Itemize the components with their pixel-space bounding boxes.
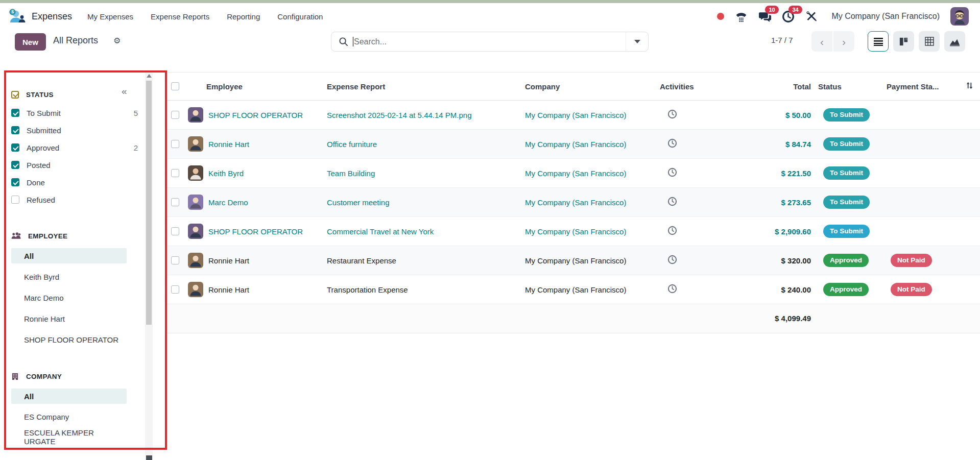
row-checkbox[interactable] xyxy=(171,169,179,177)
checkbox[interactable] xyxy=(11,126,19,134)
activity-clock-icon[interactable] xyxy=(667,255,677,264)
company-name[interactable]: My Company (San Francisco) xyxy=(525,256,626,265)
row-checkbox[interactable] xyxy=(171,285,179,294)
filter-to-submit[interactable]: To Submit 5 xyxy=(0,107,145,119)
row-checkbox[interactable] xyxy=(171,227,179,235)
row-checkbox[interactable] xyxy=(171,198,179,206)
table-row[interactable]: SHOP FLOOR OPERATOR Commercial Travel at… xyxy=(166,217,980,246)
user-avatar[interactable] xyxy=(950,7,969,26)
pivot-view-button[interactable] xyxy=(919,31,940,52)
employee-filter-item[interactable]: Marc Demo xyxy=(11,290,127,305)
table-row[interactable]: Ronnie Hart Office furniture My Company … xyxy=(166,130,980,159)
employee-link[interactable]: Keith Byrd xyxy=(208,169,244,178)
employee-link[interactable]: Marc Demo xyxy=(208,198,248,207)
company-link[interactable]: My Company (San Francisco) xyxy=(525,111,626,119)
column-employee[interactable]: Employee xyxy=(185,82,322,91)
table-row[interactable]: Keith Byrd Team Building My Company (San… xyxy=(166,159,980,188)
employee-link[interactable]: SHOP FLOOR OPERATOR xyxy=(208,111,303,119)
nav-item-reporting[interactable]: Reporting xyxy=(227,12,260,21)
search-input[interactable]: Search... xyxy=(331,32,649,52)
company-filter-all[interactable]: All xyxy=(11,389,127,404)
expense-report-link[interactable]: Team Building xyxy=(327,169,375,178)
column-total[interactable]: Total xyxy=(710,82,811,91)
column-activities[interactable]: Activities xyxy=(654,82,710,91)
filter-posted[interactable]: Posted xyxy=(0,159,145,171)
scrollbar-thumb[interactable] xyxy=(146,81,152,325)
facet-label: Refused xyxy=(27,196,55,204)
company-link[interactable]: My Company (San Francisco) xyxy=(525,227,626,236)
nav-item-expense-reports[interactable]: Expense Reports xyxy=(151,12,209,21)
activity-clock-icon[interactable] xyxy=(667,138,677,148)
search-placeholder: Search... xyxy=(354,37,387,46)
expense-report-name[interactable]: Transportation Expense xyxy=(327,285,408,294)
employee-name[interactable]: Ronnie Hart xyxy=(208,285,249,294)
scrollbar-up-arrow[interactable] xyxy=(147,74,152,78)
filter-approved[interactable]: Approved 2 xyxy=(0,141,145,154)
company-name[interactable]: My Company (San Francisco) xyxy=(525,285,626,294)
expense-report-name[interactable]: Restaurant Expense xyxy=(327,256,396,265)
filter-done[interactable]: Done xyxy=(0,176,145,188)
table-row[interactable]: Ronnie Hart Restaurant Expense My Compan… xyxy=(166,246,980,275)
expense-report-link[interactable]: Commercial Travel at New York xyxy=(327,227,434,236)
company-link[interactable]: My Company (San Francisco) xyxy=(525,198,626,207)
company-link[interactable]: My Company (San Francisco) xyxy=(525,169,626,178)
employee-name[interactable]: Ronnie Hart xyxy=(208,256,249,265)
company-link[interactable]: My Company (San Francisco) xyxy=(525,140,626,149)
filter-refused[interactable]: Refused xyxy=(0,193,145,206)
select-all-checkbox[interactable] xyxy=(171,82,179,90)
new-button[interactable]: New xyxy=(15,33,46,51)
company-filter-item[interactable]: ESCUELA KEMPER URGATE xyxy=(11,429,127,445)
table-row[interactable]: Marc Demo Customer meeting My Company (S… xyxy=(166,188,980,217)
column-company[interactable]: Company xyxy=(520,82,654,91)
scrollbar-down-arrow[interactable] xyxy=(146,455,152,460)
table-row[interactable]: Ronnie Hart Transportation Expense My Co… xyxy=(166,275,980,304)
column-payment-status[interactable]: Payment Sta... xyxy=(887,82,963,91)
kanban-view-button[interactable] xyxy=(893,31,914,52)
activity-clock-icon[interactable] xyxy=(667,167,677,177)
expense-report-link[interactable]: Customer meeting xyxy=(327,198,390,207)
list-view-button[interactable] xyxy=(868,31,889,52)
row-checkbox[interactable] xyxy=(171,140,179,148)
expense-report-link[interactable]: Screenshot 2025-02-14 at 5.44.14 PM.png xyxy=(327,111,472,119)
activities-clock-icon[interactable]: 34 xyxy=(782,10,795,23)
column-expense-report[interactable]: Expense Report xyxy=(322,82,520,91)
activity-clock-icon[interactable] xyxy=(667,197,677,206)
tools-icon[interactable] xyxy=(805,10,818,22)
activity-clock-icon[interactable] xyxy=(667,226,677,235)
employee-avatar xyxy=(188,136,203,152)
employee-link[interactable]: SHOP FLOOR OPERATOR xyxy=(208,227,303,236)
company-filter-item[interactable]: ES Company xyxy=(11,409,127,424)
graph-view-button[interactable] xyxy=(944,31,965,52)
adjust-columns-icon[interactable] xyxy=(965,81,974,90)
sidebar-scrollbar[interactable] xyxy=(145,72,153,460)
filter-submitted[interactable]: Submitted xyxy=(0,124,145,136)
activity-clock-icon[interactable] xyxy=(667,109,677,119)
search-dropdown-toggle[interactable] xyxy=(626,32,648,51)
employee-filter-all[interactable]: All xyxy=(11,248,127,263)
employee-filter-item[interactable]: Ronnie Hart xyxy=(11,311,127,326)
nav-item-my-expenses[interactable]: My Expenses xyxy=(87,12,133,21)
checkbox[interactable] xyxy=(11,161,19,169)
row-checkbox[interactable] xyxy=(171,256,179,264)
company-switcher[interactable]: My Company (San Francisco) xyxy=(831,12,940,21)
table-row[interactable]: SHOP FLOOR OPERATOR Screenshot 2025-02-1… xyxy=(166,101,980,130)
checkbox[interactable] xyxy=(11,109,19,117)
employee-filter-item[interactable]: Keith Byrd xyxy=(11,269,127,284)
activity-clock-icon[interactable] xyxy=(667,284,677,294)
column-status[interactable]: Status xyxy=(811,82,887,91)
company-section-title: COMPANY xyxy=(26,373,62,380)
messages-icon[interactable]: 10 xyxy=(758,10,771,23)
gear-icon[interactable]: ⚙ xyxy=(113,36,121,45)
expense-report-link[interactable]: Office furniture xyxy=(327,140,377,149)
checkbox[interactable] xyxy=(11,178,19,186)
pager-previous-button[interactable]: ‹ xyxy=(811,31,832,52)
checkbox[interactable] xyxy=(11,196,19,204)
row-checkbox[interactable] xyxy=(171,111,179,119)
checkbox[interactable] xyxy=(11,143,19,152)
employee-filter-item[interactable]: SHOP FLOOR OPERATOR xyxy=(11,332,127,347)
employee-link[interactable]: Ronnie Hart xyxy=(208,140,249,149)
nav-item-configuration[interactable]: Configuration xyxy=(277,12,323,21)
expenses-app-icon[interactable]: $ xyxy=(8,8,26,25)
voip-phone-icon[interactable]: 10 xyxy=(735,10,748,23)
pager-next-button[interactable]: › xyxy=(833,31,854,52)
